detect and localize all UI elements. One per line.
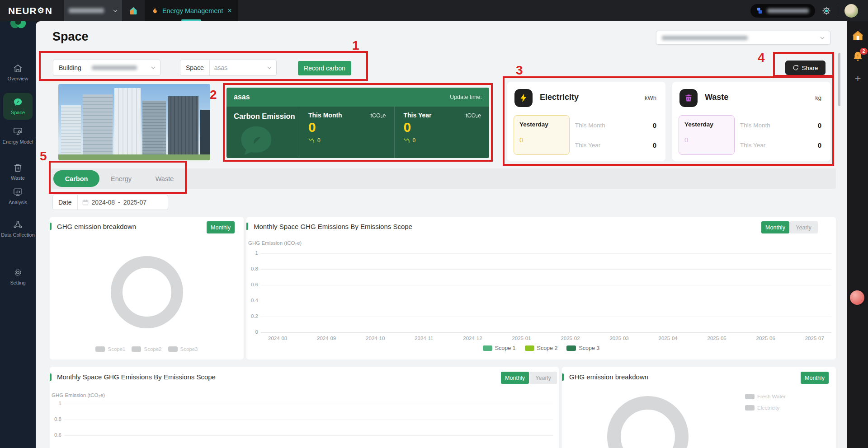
sidebar-item-label: Setting xyxy=(10,280,25,286)
y-tick: 0.6 xyxy=(246,282,258,287)
legend-item-scope-3[interactable]: Scope 3 xyxy=(566,345,599,351)
monthly-badge[interactable]: Monthly xyxy=(801,372,829,384)
empty-donut-chart xyxy=(111,256,183,328)
chevron-down-icon xyxy=(151,66,156,69)
electricity-icon-tile xyxy=(514,89,533,107)
chart-title: Monthly Space GHG Emissions By Emissions… xyxy=(254,223,412,230)
legend-swatch xyxy=(168,346,178,352)
gridline xyxy=(64,435,553,436)
trend-arrow-icon xyxy=(404,138,410,143)
share-icon xyxy=(793,65,799,71)
y-tick: 0.4 xyxy=(246,298,258,303)
waste-this-year-row: This Year 0 xyxy=(740,141,821,149)
y-tick: 1 xyxy=(246,250,258,256)
chevron-down-icon xyxy=(113,9,118,12)
trash-bin-icon xyxy=(13,163,23,173)
building-select[interactable]: Building xyxy=(53,60,160,76)
tab-waste[interactable]: Waste xyxy=(143,175,186,182)
home-icon xyxy=(128,5,139,16)
sidebar-item-analysis[interactable]: Analysis xyxy=(0,187,36,206)
date-separator: - xyxy=(118,199,120,206)
sidebar-item-label: Analysis xyxy=(9,200,27,206)
electricity-this-month-row: This Month 0 xyxy=(575,121,656,129)
ghg-breakdown-card-top: GHG emission breakdown Monthly Scope1 Sc… xyxy=(50,217,244,359)
this-month-value: 0 xyxy=(818,121,821,129)
user-avatar[interactable] xyxy=(844,4,858,18)
space-select[interactable]: Space asas xyxy=(180,60,277,76)
legend-item-electricity[interactable]: Electricity xyxy=(745,405,779,411)
sidebar-item-label: Waste xyxy=(11,175,25,182)
date-end: 2025-07 xyxy=(123,199,146,206)
close-icon[interactable]: × xyxy=(228,7,232,15)
rail-home-icon[interactable] xyxy=(852,29,864,42)
sidebar-item-label: Space xyxy=(11,110,25,116)
y-tick: 1 xyxy=(50,401,61,406)
x-tick: 2025-02 xyxy=(561,336,580,341)
neuron-logo: NEUR ⚙ N xyxy=(8,5,52,16)
share-button[interactable]: Share xyxy=(785,61,826,75)
flame-icon xyxy=(151,7,159,14)
tab-energy[interactable]: Energy xyxy=(99,175,143,182)
sidebar-item-space[interactable]: Space xyxy=(3,93,33,120)
gear-icon[interactable] xyxy=(821,6,831,16)
rail-notification-bell[interactable]: 2 xyxy=(852,51,864,63)
electricity-unit: kWh xyxy=(645,94,656,101)
waste-this-month-row: This Month 0 xyxy=(740,121,821,129)
energy-management-dashboard: NEUR ⚙ N Energy Management × xyxy=(0,0,868,448)
y-tick: 0.2 xyxy=(246,313,258,319)
this-month-trend-value: 0 xyxy=(317,137,321,144)
space-breadcrumb-select[interactable] xyxy=(656,31,830,45)
trash-icon xyxy=(684,93,693,103)
tab-energy-management[interactable]: Energy Management × xyxy=(145,0,238,21)
this-year-label: This Year xyxy=(404,112,432,119)
legend-item-scope-2[interactable]: Scope 2 xyxy=(525,345,558,351)
legend-item-scope1[interactable]: Scope1 xyxy=(95,346,125,352)
monthly-toggle[interactable]: Monthly xyxy=(501,372,529,384)
yearly-toggle[interactable]: Yearly xyxy=(789,221,818,233)
home-tab[interactable] xyxy=(122,0,145,21)
this-year-unit: tCO₂e xyxy=(466,112,481,119)
brand-text-left: NEUR xyxy=(8,5,37,16)
home-outline-icon xyxy=(13,63,23,74)
section-tab-bar: Carbon Energy Waste xyxy=(52,168,836,189)
annotation-number-2: 2 xyxy=(210,88,217,102)
right-rail xyxy=(847,21,868,448)
this-year-trend-value: 0 xyxy=(413,137,416,144)
rail-add-button[interactable]: + xyxy=(852,72,864,85)
legend-item-scope2[interactable]: Scope2 xyxy=(132,346,161,352)
topbar-divider xyxy=(838,6,838,15)
gridline xyxy=(261,253,831,254)
electricity-yesterday-box[interactable]: Yesterday 0 xyxy=(514,115,570,155)
legend-item-scope3[interactable]: Scope3 xyxy=(168,346,198,352)
legend-swatch xyxy=(745,405,755,411)
floating-assistant-icon[interactable] xyxy=(850,290,864,305)
yesterday-value: 0 xyxy=(684,136,729,144)
x-tick: 2024-11 xyxy=(415,336,433,341)
monthly-badge[interactable]: Monthly xyxy=(207,221,235,233)
sidebar-item-setting[interactable]: Setting xyxy=(0,267,36,286)
legend-item-scope-1[interactable]: Scope 1 xyxy=(483,345,516,351)
date-range-picker[interactable]: Date 2024-08 - 2025-07 xyxy=(52,195,168,210)
sidebar-item-energy-model[interactable]: Energy Model xyxy=(0,126,36,145)
yesterday-label: Yesterday xyxy=(519,121,564,128)
scrollbar-thumb[interactable] xyxy=(838,53,840,106)
legend-item-fresh-water[interactable]: Fresh Water xyxy=(745,394,786,399)
this-month-section: This Month tCO₂e 0 0 xyxy=(299,107,394,158)
monthly-toggle[interactable]: Monthly xyxy=(761,221,789,233)
sidebar-item-overview[interactable]: Overview xyxy=(0,63,36,82)
this-year-value: 0 xyxy=(653,141,656,149)
title-bullet xyxy=(50,373,52,381)
building-value-redacted xyxy=(92,65,137,70)
ghg-scope-chart-card-top: Monthly Space GHG Emissions By Emissions… xyxy=(246,217,836,359)
chart-title: GHG emission breakdown xyxy=(569,373,648,381)
record-carbon-button[interactable]: Record carbon xyxy=(298,61,351,75)
organization-pill[interactable] xyxy=(750,4,815,18)
sidebar-item-waste[interactable]: Waste xyxy=(0,163,36,182)
x-tick: 2025-06 xyxy=(756,336,775,341)
yearly-toggle[interactable]: Yearly xyxy=(529,372,557,384)
empty-donut-chart xyxy=(607,396,689,448)
tab-carbon[interactable]: Carbon xyxy=(53,170,99,187)
workspace-selector[interactable] xyxy=(64,0,122,21)
sidebar-item-data-collection[interactable]: Data Collection xyxy=(0,219,36,238)
waste-yesterday-box[interactable]: Yesterday 0 xyxy=(679,115,735,155)
